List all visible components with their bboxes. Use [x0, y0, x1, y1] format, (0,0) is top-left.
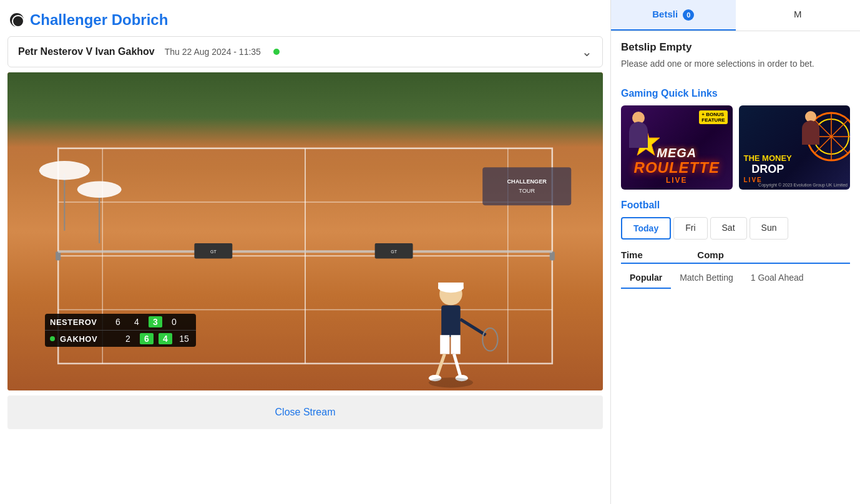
day-tabs: Today Fri Sat Sun [621, 217, 850, 240]
gaming-quick-links-section: Gaming Quick Links + BONUSFEATURE MEGA R… [611, 80, 860, 195]
svg-rect-8 [550, 251, 555, 260]
football-section-title: Football [621, 200, 850, 211]
match-header: Petr Nesterov V Ivan Gakhov Thu 22 Aug 2… [7, 36, 603, 67]
serving-indicator [50, 336, 55, 341]
betslip-empty-text: Please add one or more selections in ord… [621, 57, 850, 70]
day-tab-fri-label: Fri [685, 223, 695, 233]
football-table-header: Time Comp [621, 247, 850, 264]
football-section: Football Today Fri Sat Sun Time Comp Pop… [611, 195, 860, 294]
svg-text:GT: GT [210, 250, 217, 254]
page-title-bar: Challenger Dobrich [0, 6, 610, 36]
mybets-tab-label: M [794, 9, 802, 19]
market-tabs: Popular Match Betting 1 Goal Ahead [621, 268, 850, 289]
day-tab-today[interactable]: Today [621, 217, 671, 240]
col-comp: Comp [697, 250, 850, 260]
betslip-empty-title: Betslip Empty [621, 41, 850, 54]
copyright-text: Copyright © 2023 Evolution Group UK Limi… [758, 183, 848, 187]
day-tab-sun-label: Sun [761, 223, 777, 233]
right-panel: Betsli 0 M Betslip Empty Please add one … [610, 0, 860, 504]
svg-line-22 [437, 354, 444, 377]
col-time: Time [621, 250, 697, 260]
gaming-thumbnails: + BONUSFEATURE MEGA ROULETTE LIVE [621, 105, 850, 190]
day-tab-fri[interactable]: Fri [673, 217, 707, 240]
roulette-label: MEGA ROULETTE LIVE [621, 146, 733, 185]
video-container: GT GT [7, 72, 603, 390]
svg-rect-18 [440, 335, 449, 354]
svg-rect-16 [438, 283, 464, 289]
market-tab-match-betting-label: Match Betting [680, 273, 733, 283]
p2-set1: 2 [121, 334, 135, 344]
p2-set3-highlighted: 4 [159, 333, 172, 344]
svg-point-29 [77, 182, 122, 198]
day-tab-sat-label: Sat [722, 223, 735, 233]
svg-text:TOUR: TOUR [519, 188, 535, 194]
svg-point-33 [429, 377, 473, 387]
live-indicator [273, 49, 280, 55]
tennis-ball-icon [10, 13, 24, 27]
market-tab-1-goal-ahead[interactable]: 1 Goal Ahead [742, 268, 813, 289]
player2-name: GAKHOV [60, 334, 116, 344]
close-stream-bar[interactable]: Close Stream [7, 395, 603, 429]
match-players: Petr Nesterov V Ivan Gakhov [18, 46, 155, 57]
match-time: Thu 22 Aug 2024 - 11:35 [165, 47, 261, 57]
p1-points: 0 [167, 317, 181, 327]
svg-line-20 [461, 319, 486, 335]
player1-name: NESTEROV [50, 317, 106, 327]
day-tab-today-label: Today [633, 223, 658, 233]
day-tab-sun[interactable]: Sun [750, 217, 789, 240]
drop-label: THE MONEY DROP LIVE [744, 153, 792, 183]
gaming-quick-links-title: Gaming Quick Links [621, 88, 850, 99]
day-tab-sat[interactable]: Sat [710, 217, 747, 240]
left-panel: Challenger Dobrich Petr Nesterov V Ivan … [0, 0, 610, 504]
svg-line-23 [454, 354, 460, 377]
p2-points: 15 [177, 334, 191, 344]
market-tab-popular[interactable]: Popular [621, 268, 671, 289]
score-overlay: NESTEROV 6 4 3 0 GAKHOV 2 6 4 15 [45, 314, 196, 347]
p2-set2-highlighted: 6 [140, 333, 154, 344]
p1-set2: 4 [130, 317, 144, 327]
betslip-tab[interactable]: Betsli 0 [611, 0, 736, 31]
svg-rect-17 [441, 305, 460, 337]
svg-point-21 [482, 328, 497, 351]
betslip-content: Betslip Empty Please add one or more sel… [611, 31, 860, 80]
p1-set1: 6 [111, 317, 125, 327]
betslip-tab-label: Betsli [652, 9, 678, 19]
svg-text:CHALLENGER: CHALLENGER [507, 178, 547, 185]
bonus-badge: + BONUSFEATURE [699, 110, 727, 124]
person-silhouette [626, 110, 651, 148]
page-title: Challenger Dobrich [30, 11, 168, 29]
betslip-badge: 0 [683, 9, 694, 21]
market-tab-match-betting[interactable]: Match Betting [671, 268, 742, 289]
svg-point-27 [39, 161, 90, 180]
svg-text:GT: GT [391, 250, 398, 254]
money-drop-game-thumb[interactable]: THE MONEY DROP LIVE Copyright © 2023 Evo… [739, 105, 851, 190]
market-tab-1-goal-ahead-label: 1 Goal Ahead [751, 273, 804, 283]
match-info: Petr Nesterov V Ivan Gakhov Thu 22 Aug 2… [18, 46, 280, 57]
score-row-player1: NESTEROV 6 4 3 0 [45, 314, 196, 331]
svg-rect-30 [482, 167, 571, 205]
chevron-down-icon[interactable]: ⌄ [582, 44, 592, 59]
betslip-tabs: Betsli 0 M [611, 0, 860, 31]
p1-set3-highlighted: 3 [149, 316, 162, 327]
close-stream-label: Close Stream [275, 407, 336, 417]
svg-rect-7 [56, 251, 61, 260]
person-silhouette-2 [800, 110, 822, 145]
market-tab-popular-label: Popular [630, 273, 662, 283]
mybets-tab[interactable]: M [736, 0, 861, 31]
roulette-game-thumb[interactable]: + BONUSFEATURE MEGA ROULETTE LIVE [621, 105, 733, 190]
svg-rect-19 [451, 335, 460, 354]
score-row-player2: GAKHOV 2 6 4 15 [45, 331, 196, 347]
